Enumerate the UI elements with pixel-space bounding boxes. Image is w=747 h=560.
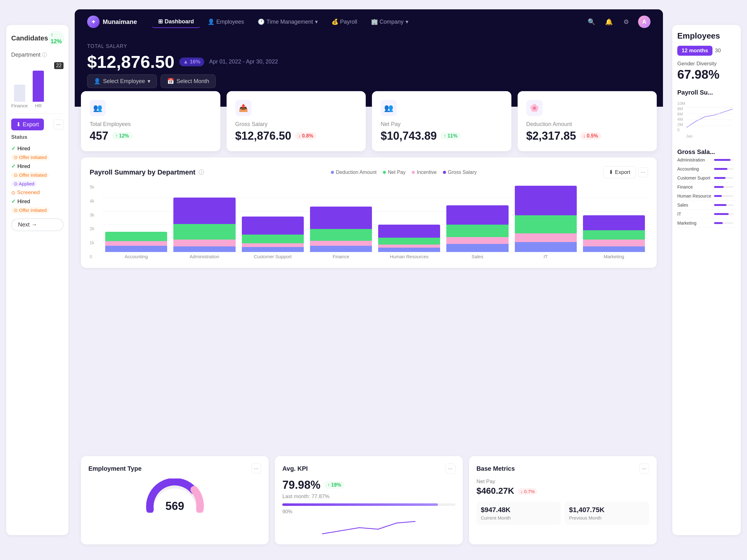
chart-export-button[interactable]: ⬇ Export bbox=[603, 166, 636, 178]
bar-chart-area: Accounting Administration Customer Suppo… bbox=[102, 185, 648, 259]
kpi-value-row: 79.98% ↑ 19% bbox=[282, 479, 455, 491]
stat-cards-row: 👥 Total Employees 457 ↑ 12% 📤 Gross Sala… bbox=[75, 91, 663, 151]
bar-group-administration bbox=[173, 197, 235, 252]
deduction-stat-label: Deduction Amount bbox=[526, 121, 648, 128]
bar-chart: 0 1k 2k 3k 4k 5k bbox=[89, 185, 648, 259]
next-button[interactable]: Next → bbox=[11, 218, 63, 231]
kpi-more-button[interactable]: ··· bbox=[445, 463, 455, 474]
department-label: Department ⓘ bbox=[11, 52, 63, 58]
netpay-stat-label: Net Pay bbox=[381, 121, 503, 128]
nav-item-employees[interactable]: 👤 Employees bbox=[201, 16, 250, 28]
gross-row-cs: Customer Suport bbox=[677, 174, 736, 183]
status-item-7: ✓ Hired bbox=[11, 197, 63, 206]
gross-row-finance: Finance bbox=[677, 183, 736, 192]
salary-badge: ▲ 16% bbox=[179, 58, 204, 66]
avg-kpi-title: Avg. KPI bbox=[282, 465, 308, 472]
employees-stat-icon: 👥 bbox=[89, 100, 106, 116]
chart-title: Payroll Summary by Department bbox=[89, 168, 196, 177]
salary-date: Apr 01, 2022 - Apr 30, 2022 bbox=[209, 58, 278, 65]
dept-bar-finance: Finance bbox=[11, 85, 28, 108]
current-month-cell: $947.48K Current Month bbox=[476, 502, 561, 525]
chart-legend: Deduction Amount Net Pay Incentive Gross… bbox=[331, 169, 476, 175]
user-avatar[interactable]: A bbox=[638, 16, 650, 28]
more-options-button[interactable]: ··· bbox=[54, 119, 63, 129]
employees-stat-value: 457 bbox=[89, 129, 108, 142]
middle-section: Payroll Summary by Department ⓘ Deductio… bbox=[75, 151, 663, 456]
prev-month-value: $1,407.75K bbox=[569, 506, 645, 514]
net-pay-badge: ↓ 0.7% bbox=[518, 488, 537, 495]
nav-item-company[interactable]: 🏢 Company ▾ bbox=[365, 16, 415, 28]
next-arrow-icon: → bbox=[31, 221, 37, 228]
settings-button[interactable]: ⚙ bbox=[621, 16, 632, 27]
bar-group-accounting bbox=[105, 232, 167, 252]
chevron-down-icon-2: ▾ bbox=[406, 18, 408, 25]
gross-stat-icon: 📤 bbox=[235, 100, 252, 116]
right-yaxis: 0 2M 4M 6M 8M 10M bbox=[677, 101, 686, 132]
bar-group-sales bbox=[446, 205, 508, 252]
employment-more-button[interactable]: ··· bbox=[251, 463, 261, 474]
metric-grid: $947.48K Current Month $1,407.75K Previo… bbox=[476, 502, 649, 525]
netpay-stat-badge: ↑ 11% bbox=[440, 132, 460, 140]
status-item-3: ✓ Hired bbox=[11, 162, 63, 171]
chart-card-header: Payroll Summary by Department ⓘ Deductio… bbox=[89, 166, 648, 178]
base-metrics-title: Base Metrics bbox=[476, 465, 515, 472]
bell-button[interactable]: 🔔 bbox=[603, 16, 614, 27]
dept-bars: Finance HR bbox=[11, 71, 63, 108]
total-salary-row: $12,876.50 ▲ 16% Apr 01, 2022 - Apr 30, … bbox=[87, 52, 650, 72]
base-metrics-header: Base Metrics ··· bbox=[476, 463, 649, 474]
legend-netpay: Net Pay bbox=[383, 169, 406, 175]
nav-item-payroll[interactable]: 💰 Payroll bbox=[325, 16, 364, 28]
right-line-svg-container bbox=[687, 101, 736, 132]
dept-bar-container: 22 Finance HR bbox=[11, 62, 63, 108]
gross-row-sales: Sales bbox=[677, 201, 736, 210]
avg-kpi-header: Avg. KPI ··· bbox=[282, 463, 455, 474]
gross-row-it: IT bbox=[677, 210, 736, 219]
employees-icon: 👤 bbox=[208, 18, 214, 25]
stat-card-deduction: 🌸 Deduction Amount $2,317.85 ↓ 0.5% bbox=[518, 91, 657, 151]
current-month-value: $947.48K bbox=[481, 506, 557, 514]
gross-stat-value: $12,876.50 bbox=[235, 129, 291, 142]
select-month-button[interactable]: 📅 Select Month bbox=[161, 74, 216, 88]
candidates-badge: ↑ 12% bbox=[48, 31, 65, 46]
status-item-1: ✓ Hired bbox=[11, 144, 63, 153]
right-time-row: 12 months 30 bbox=[677, 46, 736, 56]
main-content: ✦ Munaimane ⊞ Dashboard 👤 Employees 🕐 Ti… bbox=[75, 9, 663, 551]
bar-group-marketing bbox=[583, 215, 645, 252]
bar-chart-bars bbox=[102, 185, 648, 252]
download-icon: ⬇ bbox=[609, 169, 613, 176]
export-button[interactable]: ⬇ Export bbox=[11, 118, 44, 130]
nav-item-dashboard[interactable]: ⊞ Dashboard bbox=[152, 16, 200, 28]
legend-gross: Gross Salary bbox=[443, 169, 476, 175]
gross-row-admin: Administration bbox=[677, 156, 736, 165]
right-panel-title: Employees bbox=[677, 31, 736, 41]
deduction-stat-value: $2,317.85 bbox=[526, 129, 576, 142]
nav-item-time[interactable]: 🕐 Time Management ▾ bbox=[252, 16, 324, 28]
export-icon: ⬇ bbox=[16, 121, 21, 128]
search-button[interactable]: 🔍 bbox=[586, 16, 597, 27]
status-item-8: ⊙ Offer initiated bbox=[11, 206, 63, 215]
kpi-main-value: 79.98% bbox=[282, 479, 320, 491]
select-employee-button[interactable]: 👤 Select Employee ▾ bbox=[87, 74, 157, 88]
export-label: Export bbox=[23, 121, 39, 128]
gross-section: Gross Sala... Administration Accounting … bbox=[677, 146, 736, 228]
payroll-line-chart: 0 2M 4M 6M 8M 10M Jan bbox=[677, 101, 736, 138]
divider bbox=[11, 113, 63, 113]
chart-more-button[interactable]: ··· bbox=[638, 167, 648, 177]
bottom-section: Employment Type ··· 569 bbox=[75, 456, 663, 551]
status-label: Status bbox=[11, 134, 63, 140]
hero-controls: 👤 Select Employee ▾ 📅 Select Month bbox=[87, 74, 650, 88]
bar-group-it bbox=[515, 186, 577, 252]
chevron-down-icon: ▾ bbox=[315, 18, 318, 25]
employees-stat-label: Total Employees bbox=[89, 121, 212, 128]
kpi-progress-label: 90% bbox=[282, 509, 455, 514]
logo-icon: ✦ bbox=[87, 16, 100, 28]
time-filter-button[interactable]: 12 months bbox=[677, 46, 713, 56]
metrics-more-button[interactable]: ··· bbox=[639, 463, 649, 474]
candidates-title: Candidates bbox=[11, 34, 48, 42]
gross-section-title: Gross Sala... bbox=[677, 149, 736, 156]
time-icon: 🕐 bbox=[258, 18, 264, 25]
gross-stat-label: Gross Salary bbox=[235, 121, 357, 128]
time-number: 30 bbox=[715, 46, 721, 56]
bar-group-customer-support bbox=[242, 216, 304, 252]
total-salary-label: TOTAL SALARY bbox=[87, 44, 650, 49]
